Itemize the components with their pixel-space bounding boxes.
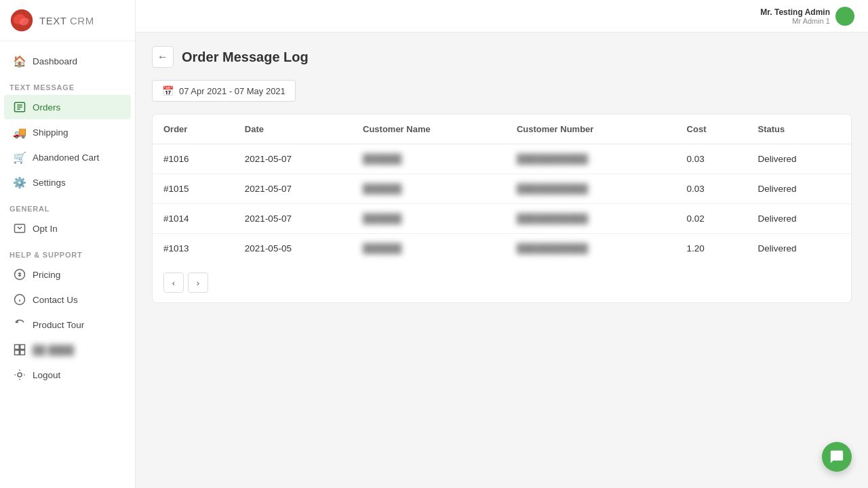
topbar: Mr. Testing Admin Mr Admin 1 <box>136 0 868 33</box>
sidebar-item-blurred[interactable]: ██ ████ <box>4 338 131 362</box>
abandoned-cart-icon: 🛒 <box>14 151 26 163</box>
opt-in-icon <box>14 222 26 235</box>
sidebar-item-label: Pricing <box>33 270 60 280</box>
page-body: ← Order Message Log 📅 07 Apr 2021 - 07 M… <box>136 33 868 488</box>
col-customer-name: Customer Name <box>352 115 506 144</box>
table-row: #1014 2021-05-07 ██████ ███████████ 0.02… <box>153 204 851 234</box>
sidebar-item-opt-in[interactable]: Opt In <box>4 216 131 241</box>
cell-customer-name: ██████ <box>352 174 506 204</box>
page-title: Order Message Log <box>182 49 309 65</box>
orders-table: Order Date Customer Name Customer Number… <box>153 115 851 263</box>
cell-status: Delivered <box>747 144 851 174</box>
app-logo: TEXT CRM <box>0 0 135 41</box>
sidebar-nav: 🏠 Dashboard TEXT MESSAGE Orders 🚚 Shippi… <box>0 41 135 488</box>
page-header: ← Order Message Log <box>152 46 852 68</box>
user-details: Mr. Testing Admin Mr Admin 1 <box>760 7 830 25</box>
sidebar-item-label: ██ ████ <box>33 345 74 355</box>
sidebar-item-label: Orders <box>33 102 60 113</box>
sidebar-item-label: Abandoned Cart <box>33 152 99 163</box>
cell-date: 2021-05-07 <box>234 204 352 234</box>
date-range-label: 07 Apr 2021 - 07 May 2021 <box>179 86 285 96</box>
user-name: Mr. Testing Admin <box>760 7 830 17</box>
col-cost: Cost <box>676 115 747 144</box>
cell-cost: 0.03 <box>676 174 747 204</box>
section-general: GENERAL <box>0 195 135 216</box>
table-row: #1016 2021-05-07 ██████ ███████████ 0.03… <box>153 144 851 174</box>
sidebar-item-shipping[interactable]: 🚚 Shipping <box>4 120 131 144</box>
orders-icon <box>14 101 26 113</box>
sidebar-item-label: Dashboard <box>33 56 77 66</box>
chat-fab-button[interactable] <box>822 442 852 472</box>
pricing-icon <box>14 268 26 281</box>
sidebar-item-logout[interactable]: Logout <box>4 363 131 387</box>
cell-status: Delivered <box>747 204 851 234</box>
sidebar-item-label: Shipping <box>33 127 68 138</box>
cell-status: Delivered <box>747 234 851 264</box>
col-status: Status <box>747 115 851 144</box>
prev-page-button[interactable]: ‹ <box>163 272 184 293</box>
orders-table-container: Order Date Customer Name Customer Number… <box>152 114 852 303</box>
table-row: #1015 2021-05-07 ██████ ███████████ 0.03… <box>153 174 851 204</box>
svg-rect-15 <box>15 345 20 350</box>
sidebar-item-label: Opt In <box>33 224 58 234</box>
cell-customer-number: ███████████ <box>506 204 676 234</box>
shipping-icon: 🚚 <box>14 126 26 138</box>
dashboard-icon: 🏠 <box>14 55 26 67</box>
sidebar-item-product-tour[interactable]: Product Tour <box>4 312 131 337</box>
table-row: #1013 2021-05-05 ██████ ███████████ 1.20… <box>153 234 851 264</box>
logo-icon <box>9 8 34 33</box>
sidebar-item-contact-us[interactable]: Contact Us <box>4 287 131 312</box>
cell-cost: 0.03 <box>676 144 747 174</box>
cell-status: Delivered <box>747 174 851 204</box>
main-content: Mr. Testing Admin Mr Admin 1 ← Order Mes… <box>136 0 868 488</box>
date-filter[interactable]: 📅 07 Apr 2021 - 07 May 2021 <box>152 80 296 102</box>
sidebar-item-label: Contact Us <box>33 295 78 305</box>
cell-customer-name: ██████ <box>352 204 506 234</box>
sidebar-item-label: Logout <box>33 370 60 380</box>
cell-date: 2021-05-07 <box>234 144 352 174</box>
col-customer-number: Customer Number <box>506 115 676 144</box>
cell-order: #1015 <box>153 174 234 204</box>
calendar-icon: 📅 <box>162 85 174 96</box>
cell-cost: 1.20 <box>676 234 747 264</box>
logout-icon <box>14 369 26 381</box>
svg-point-19 <box>18 373 22 377</box>
cell-date: 2021-05-07 <box>234 174 352 204</box>
cell-customer-name: ██████ <box>352 144 506 174</box>
cell-order: #1016 <box>153 144 234 174</box>
next-page-button[interactable]: › <box>188 272 208 293</box>
cell-customer-number: ███████████ <box>506 144 676 174</box>
cell-customer-number: ███████████ <box>506 234 676 264</box>
svg-rect-18 <box>20 350 25 355</box>
sidebar-item-abandoned-cart[interactable]: 🛒 Abandoned Cart <box>4 145 131 169</box>
avatar <box>835 7 854 26</box>
product-tour-icon <box>14 319 26 331</box>
sidebar-item-dashboard[interactable]: 🏠 Dashboard <box>4 49 131 73</box>
user-info: Mr. Testing Admin Mr Admin 1 <box>760 7 854 26</box>
sidebar-item-pricing[interactable]: Pricing <box>4 262 131 287</box>
contact-us-icon <box>14 293 26 306</box>
cell-date: 2021-05-05 <box>234 234 352 264</box>
sidebar: TEXT CRM 🏠 Dashboard TEXT MESSAGE Orders… <box>0 0 136 488</box>
sidebar-item-orders[interactable]: Orders <box>4 95 131 119</box>
col-date: Date <box>234 115 352 144</box>
user-sub: Mr Admin 1 <box>760 17 830 25</box>
sidebar-item-label: Product Tour <box>33 320 84 330</box>
sidebar-item-label: Settings <box>33 178 66 188</box>
cell-order: #1014 <box>153 204 234 234</box>
svg-rect-17 <box>15 350 20 355</box>
section-text-message: TEXT MESSAGE <box>0 74 135 94</box>
table-body: #1016 2021-05-07 ██████ ███████████ 0.03… <box>153 144 851 264</box>
settings-icon: ⚙️ <box>14 176 26 188</box>
section-help-support: HELP & SUPPORT <box>0 241 135 262</box>
back-button[interactable]: ← <box>152 46 174 68</box>
cell-customer-name: ██████ <box>352 234 506 264</box>
sidebar-item-settings[interactable]: ⚙️ Settings <box>4 170 131 195</box>
svg-rect-16 <box>20 345 25 350</box>
col-order: Order <box>153 115 234 144</box>
app-name: TEXT CRM <box>39 15 94 26</box>
table-header-row: Order Date Customer Name Customer Number… <box>153 115 851 144</box>
cell-cost: 0.02 <box>676 204 747 234</box>
cell-customer-number: ███████████ <box>506 174 676 204</box>
cell-order: #1013 <box>153 234 234 264</box>
